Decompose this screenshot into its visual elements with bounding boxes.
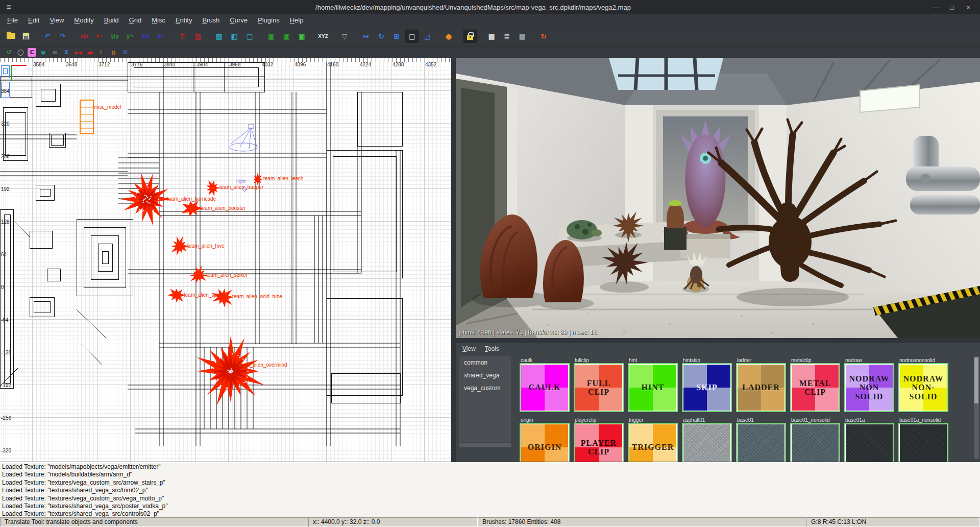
menu-edit[interactable]: Edit <box>23 15 44 25</box>
close-button[interactable]: × <box>962 2 975 12</box>
menu-file[interactable]: File <box>2 15 23 25</box>
redo-icon[interactable]: ↷ <box>56 30 69 43</box>
texture-tile-image[interactable]: SKIP <box>683 364 731 411</box>
make-room-icon[interactable]: ▩ <box>212 30 226 43</box>
team_alien_spawn-blob[interactable] <box>167 289 186 303</box>
refresh-models-icon[interactable]: ↺ <box>4 47 14 57</box>
cap-patch-icon[interactable]: C <box>28 48 36 57</box>
collapse-selection-icon[interactable]: ▶◀ <box>74 47 83 57</box>
menu-brush[interactable]: Brush <box>197 15 225 25</box>
texture-tile-image[interactable]: HINT <box>629 364 677 411</box>
texture-tile-asphalt01[interactable]: asphalt01 <box>683 417 731 462</box>
texture-tile-base01a[interactable]: base01a <box>845 417 893 462</box>
crescent-b-icon[interactable]: )) <box>109 47 118 57</box>
texture-tile-base01a_nonsolid[interactable]: base01a_nonsolid <box>899 417 947 462</box>
minimize-button[interactable]: — <box>929 2 942 12</box>
texture-tile-image[interactable] <box>683 424 731 462</box>
team_alien_acid_tube-blob[interactable] <box>212 289 233 307</box>
texture-tile-nodraw[interactable]: nodrawNODRAW NON SOLID <box>845 357 893 411</box>
menu-plugins[interactable]: Plugins <box>253 15 285 25</box>
texture-tile-origin[interactable]: originORIGIN <box>521 417 569 462</box>
translate-mode-icon[interactable]: ↦ <box>359 30 373 43</box>
open-file-icon[interactable] <box>4 30 17 43</box>
texture-tile-image[interactable] <box>791 424 839 462</box>
resize-mode-icon[interactable]: ▢ <box>405 30 419 43</box>
entity-anchor-icon[interactable]: E <box>62 47 71 57</box>
menu-curve[interactable]: Curve <box>225 15 253 25</box>
menu-grid[interactable]: Grid <box>124 15 147 25</box>
flip-y-icon[interactable]: y|y <box>108 30 121 43</box>
texture-tile-image[interactable]: PLAYER CLIP <box>575 424 623 462</box>
filter-world-icon[interactable]: ▣ <box>295 30 308 43</box>
texture-tile-hintskip[interactable]: hintskipSKIP <box>683 357 731 411</box>
team_alien_trapper-blob[interactable] <box>206 180 220 197</box>
horizontal-splitter[interactable] <box>456 338 980 343</box>
texture-tile-ladder[interactable]: ladderLADDER <box>737 357 785 411</box>
scale-mode-icon[interactable]: ⊞ <box>390 30 403 43</box>
menu-view[interactable]: View <box>44 15 69 25</box>
texture-tile-image[interactable]: NODRAW NON- SOLID <box>899 364 947 411</box>
texture-tile-fullclip[interactable]: fullclipFULL CLIP <box>575 357 623 411</box>
bot-spider-icon[interactable]: ж <box>50 47 60 57</box>
texture-tile-playerclip[interactable]: playerclipPLAYER CLIP <box>575 417 623 462</box>
vertical-splitter[interactable] <box>451 58 456 462</box>
texture-tile-nodrawnonsolid[interactable]: nodrawnonsolidNODRAW NON- SOLID <box>899 357 947 411</box>
refresh-references-icon[interactable]: ↻ <box>537 30 550 43</box>
csg-tool-icon[interactable]: T <box>176 30 189 43</box>
make-detail-icon[interactable]: ▣ <box>264 30 278 43</box>
expand-selection-icon[interactable]: ◀▶ <box>85 47 95 57</box>
views-xyz-icon[interactable]: XYZ <box>316 30 330 43</box>
menu-help[interactable]: Help <box>285 15 309 25</box>
clipper-icon[interactable]: ◧ <box>228 30 241 43</box>
console-icon[interactable]: ≣ <box>500 30 513 43</box>
undo-icon[interactable]: ↶ <box>41 30 54 43</box>
texture-tile-base01_nonsolid[interactable]: base01_nonsolid <box>791 417 839 462</box>
skew-mode-icon[interactable]: ◿ <box>421 30 434 43</box>
texture-tile-caulk[interactable]: caulkCAULK <box>521 357 569 411</box>
rotate-y-icon[interactable]: y↷ <box>124 30 137 43</box>
texture-tile-image[interactable]: FULL CLIP <box>575 364 623 411</box>
texture-tile-image[interactable]: LADDER <box>737 364 785 411</box>
texture-tile-image[interactable]: TRIGGER <box>629 424 677 462</box>
texture-tile-image[interactable]: CAULK <box>521 364 569 411</box>
maximize-button[interactable]: □ <box>945 2 959 12</box>
texture-tile-base01[interactable]: base01 <box>737 417 785 462</box>
texture-tile-image[interactable]: METAL CLIP <box>791 364 839 411</box>
texture-browser-icon[interactable]: ▦ <box>516 30 529 43</box>
crescent-a-icon[interactable]: ☾ <box>97 47 107 57</box>
texture-tile-trigger[interactable]: triggerTRIGGER <box>629 417 677 462</box>
texture-tile-metalclip[interactable]: metalclipMETAL CLIP <box>791 357 839 411</box>
menu-entity[interactable]: Entity <box>170 15 198 25</box>
menu-build[interactable]: Build <box>99 15 124 25</box>
team_alien_booster-blob[interactable] <box>182 201 203 217</box>
texture-tile-image[interactable] <box>899 424 947 462</box>
flip-x-icon[interactable]: x|x <box>78 30 91 43</box>
make-structural-icon[interactable]: ▣ <box>280 30 293 43</box>
camera-3d-view[interactable]: prims: 4896 | states: 73 | transforms: 8… <box>456 58 980 338</box>
region-off-icon[interactable]: ⊠ <box>120 47 130 57</box>
team_alien_leech-blob[interactable] <box>254 173 263 186</box>
texture-tile-image[interactable] <box>737 424 785 462</box>
texture-lock-icon[interactable] <box>463 30 477 43</box>
weld-vertices-icon[interactable]: ψ <box>38 47 48 57</box>
texture-tile-image[interactable]: ORIGIN <box>521 424 569 462</box>
app-menu-icon[interactable]: ≡ <box>0 3 17 12</box>
entity-list-icon[interactable]: ▤ <box>485 30 498 43</box>
rotate-mode-icon[interactable]: ↻ <box>375 30 388 43</box>
patch-cylinder-icon[interactable]: ● <box>442 30 455 43</box>
rotate-z-icon[interactable]: z↷ <box>154 30 167 43</box>
texture-scrollbar[interactable] <box>974 356 979 459</box>
flip-z-icon[interactable]: z|z <box>139 30 152 43</box>
texture-tile-image[interactable] <box>845 424 893 462</box>
csg-merge-icon[interactable]: ▥ <box>191 30 204 43</box>
rotate-x-icon[interactable]: x↷ <box>93 30 106 43</box>
menu-modify[interactable]: Modify <box>69 15 99 25</box>
grid-2d-view[interactable]: 3584364837123776384039043968403240964160… <box>0 58 451 462</box>
texture-tile-hint[interactable]: hintHINT <box>629 357 677 411</box>
background-image-icon[interactable]: ◯ <box>16 47 26 57</box>
texture-tile-image[interactable]: NODRAW NON SOLID <box>845 364 893 411</box>
filter-icon[interactable]: ▽ <box>338 30 351 43</box>
selection-box-icon[interactable]: ▢ <box>243 30 256 43</box>
save-file-icon[interactable] <box>19 30 33 43</box>
menu-misc[interactable]: Misc <box>146 15 170 25</box>
